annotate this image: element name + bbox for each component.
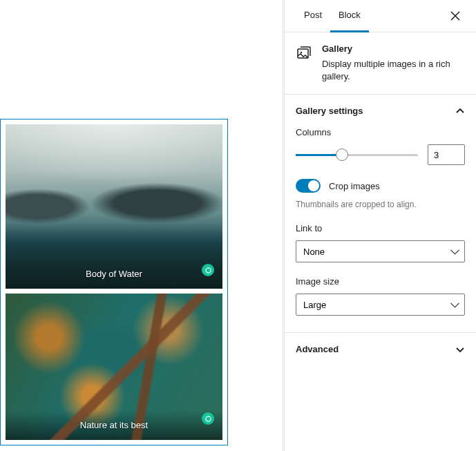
svg-point-1: [301, 52, 302, 53]
tab-block[interactable]: Block: [330, 0, 369, 32]
field-image-size: Image size Large: [296, 276, 465, 316]
gallery-image: [6, 124, 222, 289]
chevron-up-icon: [455, 106, 465, 116]
panel-advanced: Advanced: [285, 332, 476, 365]
link-to-select[interactable]: None: [296, 240, 465, 262]
gallery-item[interactable]: Body of Water: [6, 124, 222, 289]
block-title: Gallery: [322, 44, 465, 54]
columns-input[interactable]: [428, 144, 465, 165]
editor-canvas[interactable]: Body of Water Nature at its best: [0, 0, 282, 451]
gallery-item[interactable]: Nature at its best: [6, 294, 222, 440]
sidebar-tabs: Post Block: [285, 0, 476, 32]
field-link-to: Link to None: [296, 223, 465, 262]
field-columns: Columns: [296, 127, 465, 165]
crop-help-text: Thumbnails are cropped to align.: [296, 200, 465, 209]
panel-toggle-gallery-settings[interactable]: Gallery settings: [285, 95, 476, 127]
block-description: Gallery Display multiple images in a ric…: [285, 32, 476, 94]
tab-post[interactable]: Post: [296, 0, 330, 32]
panel-title: Gallery settings: [296, 106, 363, 116]
link-to-label: Link to: [296, 223, 465, 233]
crop-images-label: Crop images: [329, 181, 380, 191]
field-crop-images: Crop images Thumbnails are cropped to al…: [296, 179, 465, 209]
grammarly-badge-icon[interactable]: [202, 264, 214, 276]
panel-toggle-advanced[interactable]: Advanced: [285, 333, 476, 365]
image-size-label: Image size: [296, 276, 465, 287]
panel-title: Advanced: [296, 344, 339, 354]
gallery-block[interactable]: Body of Water Nature at its best: [0, 119, 228, 445]
columns-slider[interactable]: [296, 148, 418, 162]
gallery-caption[interactable]: Nature at its best: [6, 420, 222, 430]
columns-label: Columns: [296, 127, 465, 137]
close-sidebar-button[interactable]: [446, 6, 465, 26]
image-size-select[interactable]: Large: [296, 294, 465, 316]
gallery-caption[interactable]: Body of Water: [6, 269, 222, 279]
grammarly-badge-icon[interactable]: [202, 412, 214, 425]
block-settings-sidebar: Post Block Gallery Display multiple imag…: [284, 0, 476, 451]
block-desc-text: Display multiple images in a rich galler…: [322, 58, 465, 83]
gallery-image: [6, 294, 222, 440]
crop-images-toggle[interactable]: [296, 179, 321, 193]
gallery-icon: [296, 45, 312, 61]
chevron-down-icon: [455, 345, 465, 354]
close-icon: [450, 11, 460, 21]
panel-gallery-settings: Gallery settings Columns Crop images: [285, 94, 476, 332]
